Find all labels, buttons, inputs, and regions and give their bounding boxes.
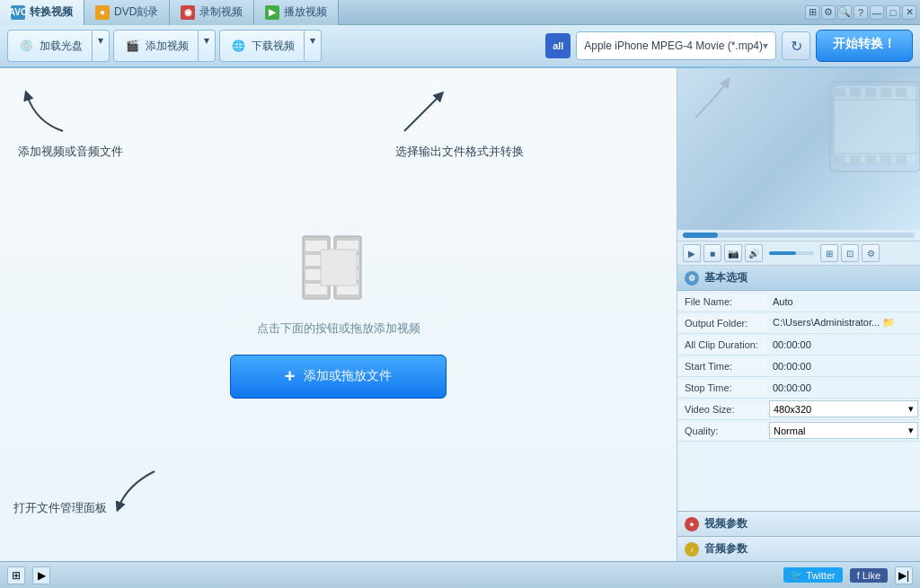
close-button[interactable]: ✕ — [902, 5, 916, 20]
hint-open-manager: 打开文件管理面板 — [13, 467, 164, 516]
properties-header: ⚙ 基本选项 — [677, 266, 920, 291]
format-label: Apple iPhone MPEG-4 Movie (*.mp4) — [584, 39, 763, 52]
main-area: 添加视频或音频文件 选择输出文件格式并转换 — [0, 68, 920, 561]
hint-add-files: 添加视频或音频文件 — [18, 86, 123, 160]
select-arrow-icon: ▾ — [908, 403, 914, 415]
twitter-icon: 🐦 — [791, 569, 803, 581]
prop-filename-label: File Name: — [677, 294, 767, 310]
fullscreen-button[interactable]: ⊞ — [820, 244, 838, 262]
video-params-button[interactable]: ● 视频参数 — [677, 511, 920, 536]
volume-fill — [769, 251, 796, 255]
dropdown-arrow-icon: ▾ — [763, 39, 768, 52]
facebook-label: f Like — [857, 570, 880, 581]
download-video-group: 🌐 下载视频 ▾ — [219, 30, 322, 62]
twitter-button[interactable]: 🐦 Twitter — [783, 567, 842, 583]
facebook-button[interactable]: f Like — [850, 568, 888, 583]
tab-dvd[interactable]: ● DVD刻录 — [84, 0, 170, 25]
prop-quality-label: Quality: — [677, 423, 767, 439]
arrow-topleft-icon — [18, 86, 72, 140]
search-button[interactable]: 🔍 — [837, 5, 852, 20]
nav-right-button[interactable]: ▶| — [895, 566, 913, 584]
add-file-label: 添加或拖放文件 — [304, 368, 392, 384]
svg-rect-24 — [896, 155, 907, 164]
tab-convert[interactable]: AVC 转换视频 — [0, 0, 84, 25]
tab-icon-dvd: ● — [95, 5, 110, 20]
status-arrow-button[interactable]: ▶ — [32, 566, 50, 584]
playback-buttons: ▶ ■ 📷 🔊 ⊞ ⊡ ⚙ — [677, 241, 920, 266]
svg-rect-22 — [865, 155, 876, 164]
prop-output-folder-value: C:\Users\Administrator... 📁 — [767, 314, 920, 331]
add-video-button[interactable]: 🎬 添加视频 — [113, 30, 199, 62]
tab-play-label: 播放视频 — [284, 4, 327, 20]
progress-bar[interactable] — [683, 233, 915, 238]
download-video-button[interactable]: 🌐 下载视频 — [219, 30, 305, 62]
panel-toggle-button[interactable]: ⊞ — [7, 566, 25, 584]
svg-rect-17 — [865, 88, 876, 97]
svg-rect-23 — [880, 155, 891, 164]
left-panel: 添加视频或音频文件 选择输出文件格式并转换 — [0, 68, 677, 561]
snapshot-button[interactable]: 📷 — [724, 244, 742, 262]
prop-filename: File Name: Auto — [677, 291, 920, 312]
prop-start-time-label: Start Time: — [677, 358, 767, 374]
prop-clip-duration-label: All Clip Duration: — [677, 337, 767, 353]
aspect-button[interactable]: ⊡ — [841, 244, 859, 262]
tab-icon-rec: ◉ — [181, 5, 195, 20]
tab-record[interactable]: ◉ 录制视频 — [170, 0, 254, 25]
statusbar: ⊞ ▶ 🐦 Twitter f Like ▶| — [0, 561, 920, 588]
right-panel: ▶ ■ 📷 🔊 ⊞ ⊡ ⚙ ⚙ 基本选项 File Name: Auto Out… — [677, 68, 920, 561]
prop-quality-select[interactable]: Normal ▾ — [769, 422, 918, 439]
film-strip-preview-icon — [821, 77, 920, 176]
arrow-topcenter-icon — [395, 86, 449, 140]
tab-convert-label: 转换视频 — [30, 4, 73, 20]
volume-button[interactable]: 🔊 — [745, 244, 763, 262]
add-file-button[interactable]: + 添加或拖放文件 — [230, 355, 447, 399]
video-params-icon: ● — [685, 517, 699, 531]
settings-icon: ⚙ — [685, 271, 699, 285]
format-dropdown[interactable]: Apple iPhone MPEG-4 Movie (*.mp4) ▾ — [576, 31, 776, 60]
progress-fill — [683, 233, 718, 238]
volume-bar[interactable] — [769, 251, 814, 255]
add-video-group: 🎬 添加视频 ▾ — [113, 30, 216, 62]
svg-rect-19 — [896, 88, 907, 97]
toolbar: 💿 加载光盘 ▾ 🎬 添加视频 ▾ 🌐 下载视频 ▾ all Apple iPh… — [0, 25, 920, 68]
format-selector: all Apple iPhone MPEG-4 Movie (*.mp4) ▾ … — [325, 30, 913, 62]
load-disc-button[interactable]: 💿 加载光盘 — [7, 30, 93, 62]
tab-record-label: 录制视频 — [199, 4, 243, 20]
film-placeholder-icon — [298, 232, 379, 306]
settings-button[interactable]: ⚙ — [821, 5, 836, 20]
prop-output-folder-label: Output Folder: — [677, 315, 767, 331]
format-icon: all — [545, 33, 571, 58]
restore-button[interactable]: ⊞ — [805, 5, 819, 20]
settings-pb-button[interactable]: ⚙ — [862, 244, 880, 262]
maximize-button[interactable]: □ — [886, 5, 900, 20]
preview-arrow-icon — [686, 77, 731, 122]
prop-start-time-value: 00:00:00 — [767, 358, 920, 374]
hint-add-label: 添加视频或音频文件 — [18, 144, 123, 160]
prop-quality: Quality: Normal ▾ — [677, 420, 920, 442]
help-button[interactable]: ? — [854, 5, 868, 20]
svg-rect-18 — [880, 88, 891, 97]
refresh-button[interactable]: ↻ — [782, 31, 810, 60]
start-convert-button[interactable]: 开始转换！ — [816, 30, 913, 62]
prop-video-size-select[interactable]: 480x320 ▾ — [769, 400, 918, 417]
tab-play[interactable]: ▶ 播放视频 — [254, 0, 339, 25]
properties-panel: ⚙ 基本选项 File Name: Auto Output Folder: C:… — [677, 266, 920, 511]
prop-video-size-label: Video Size: — [677, 401, 767, 417]
arrow-bottomleft-icon — [110, 467, 164, 512]
playback-controls — [677, 230, 920, 241]
tab-icon-play: ▶ — [265, 5, 279, 20]
add-video-arrow[interactable]: ▾ — [199, 30, 216, 62]
add-video-label: 添加视频 — [146, 39, 189, 54]
download-video-arrow[interactable]: ▾ — [305, 30, 322, 62]
play-button[interactable]: ▶ — [683, 244, 701, 262]
load-disc-group: 💿 加载光盘 ▾ — [7, 30, 110, 62]
prop-stop-time-label: Stop Time: — [677, 380, 767, 396]
minimize-button[interactable]: — — [870, 5, 884, 20]
load-disc-arrow[interactable]: ▾ — [93, 30, 110, 62]
download-icon: 🌐 — [229, 37, 247, 55]
audio-params-button[interactable]: ♪ 音频参数 — [677, 536, 920, 561]
prop-clip-duration-value: 00:00:00 — [767, 337, 920, 353]
stop-button[interactable]: ■ — [703, 244, 721, 262]
svg-rect-16 — [850, 88, 861, 97]
audio-params-icon: ♪ — [685, 542, 699, 557]
